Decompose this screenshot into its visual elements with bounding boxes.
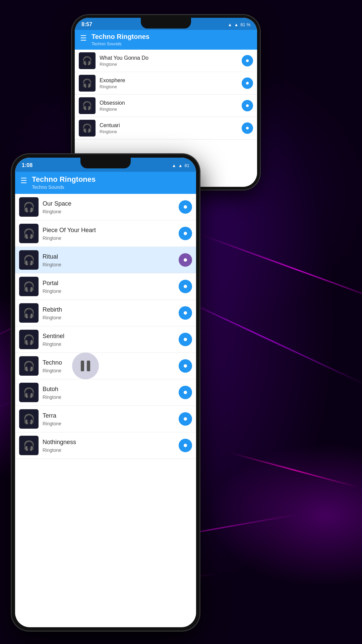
front-wifi-icon: ▲ [178,163,183,168]
back-list-item-1[interactable]: 🎧 Exosphere Ringtone [75,72,257,95]
back-notch [141,18,191,29]
front-menu-icon[interactable]: ☰ [20,176,27,185]
item-subtitle-0: Ringtone [43,209,175,214]
item-info-6: Techno Ringtone [39,359,179,373]
item-subtitle-7: Ringtone [43,394,175,400]
thumb-0: 🎧 [19,197,39,217]
play-dot-4 [184,311,187,315]
list-item-3[interactable]: 🎧 Portal Ringtone [15,273,196,300]
front-title-block: Techno Ringtones Techno Sounds [32,175,96,190]
play-btn-6[interactable] [179,359,192,373]
item-info-4: Rebirth Ringtone [39,306,179,320]
item-subtitle-4: Ringtone [43,315,175,320]
back-list-item-0[interactable]: 🎧 What You Gonna Do Ringtone [75,50,257,72]
back-play-dot-1 [246,82,249,85]
back-play-btn-2[interactable] [242,100,253,111]
play-btn-8[interactable] [179,412,192,426]
front-app-bar: ☰ Techno Ringtones Techno Sounds [15,172,196,194]
item-title-4: Rebirth [43,306,175,314]
item-title-9: Nothingness [43,438,175,446]
thumb-3: 🎧 [19,277,39,296]
item-subtitle-8: Ringtone [43,421,175,426]
play-btn-5[interactable] [179,333,192,346]
front-ringtone-list: 🎧 Our Space Ringtone 🎧 [15,194,196,627]
pause-button[interactable] [72,353,99,379]
list-item-9[interactable]: 🎧 Nothingness Ringtone [15,432,196,459]
item-title-1: Piece Of Your Heart [43,226,175,234]
thumb-6: 🎧 [19,356,39,376]
front-app-subtitle: Techno Sounds [32,184,96,190]
item-title-5: Sentinel [43,332,175,340]
item-subtitle-3: Ringtone [43,288,175,294]
back-menu-icon[interactable]: ☰ [80,34,87,43]
play-dot-9 [184,444,187,447]
back-item-subtitle-0: Ringtone [100,62,238,67]
front-app-title: Techno Ringtones [32,175,96,184]
play-btn-3[interactable] [179,280,192,293]
list-item-7[interactable]: 🎧 Butoh Ringtone [15,379,196,406]
list-item-8[interactable]: 🎧 Terra Ringtone [15,406,196,432]
list-item-4[interactable]: 🎧 Rebirth Ringtone [15,300,196,326]
play-dot-7 [184,391,187,394]
back-thumb-3: 🎧 [79,120,96,137]
list-item-0[interactable]: 🎧 Our Space Ringtone [15,194,196,220]
item-info-1: Piece Of Your Heart Ringtone [39,226,179,240]
play-btn-1[interactable] [179,227,192,240]
list-item-1[interactable]: 🎧 Piece Of Your Heart Ringtone [15,220,196,247]
back-item-title-0: What You Gonna Do [100,55,238,61]
play-dot-1 [184,232,187,235]
back-item-info-0: What You Gonna Do Ringtone [96,55,242,67]
front-notch [80,158,131,168]
back-thumb-2: 🎧 [79,97,96,114]
back-status-icons: ▲ ▲ 81 % [228,22,250,27]
back-thumb-0: 🎧 [79,52,96,69]
back-list-item-3[interactable]: 🎧 Centuari Ringtone [75,117,257,140]
back-item-subtitle-3: Ringtone [100,129,238,134]
play-btn-0[interactable] [179,200,192,214]
thumb-4: 🎧 [19,303,39,323]
back-item-subtitle-2: Ringtone [100,107,238,112]
back-play-dot-0 [246,59,249,62]
thumb-1: 🎧 [19,224,39,243]
item-title-7: Butoh [43,385,175,393]
back-thumb-1: 🎧 [79,75,96,92]
play-dot-5 [184,338,187,341]
front-signal-icon: ▲ [172,163,176,168]
play-btn-2[interactable] [179,253,192,267]
play-dot-8 [184,417,187,421]
back-play-btn-3[interactable] [242,122,253,134]
pause-bar-1 [81,361,84,371]
item-subtitle-1: Ringtone [43,235,175,241]
list-item-6[interactable]: 🎧 Techno Ringtone [15,353,196,379]
front-status-time: 1:08 [22,162,33,168]
list-item-5[interactable]: 🎧 Sentinel Ringtone [15,326,196,353]
back-app-subtitle: Techno Sounds [92,41,149,46]
front-battery: 81 [185,163,189,168]
phone-front: 1:08 ▲ ▲ 81 ☰ Techno Ringtones Techno So… [12,154,199,631]
neon-line-4 [200,234,362,304]
back-wifi-icon: ▲ [234,22,238,27]
back-play-btn-0[interactable] [242,55,253,66]
back-item-title-1: Exosphere [100,77,238,84]
play-btn-9[interactable] [179,439,192,452]
item-info-3: Portal Ringtone [39,279,179,293]
item-info-2: Ritual Ringtone [39,253,179,267]
play-btn-7[interactable] [179,386,192,399]
item-info-0: Our Space Ringtone [39,200,179,214]
item-title-3: Portal [43,279,175,287]
thumb-8: 🎧 [19,409,39,429]
item-info-8: Terra Ringtone [39,412,179,426]
play-dot-2 [184,258,187,262]
back-play-btn-1[interactable] [242,77,253,89]
back-battery: 81 % [240,22,250,27]
play-btn-4[interactable] [179,306,192,320]
item-info-7: Butoh Ringtone [39,385,179,399]
back-list-item-2[interactable]: 🎧 Obsession Ringtone [75,95,257,117]
front-phone-screen: 1:08 ▲ ▲ 81 ☰ Techno Ringtones Techno So… [15,158,196,627]
item-subtitle-2: Ringtone [43,262,175,267]
list-item-2[interactable]: 🎧 Ritual Ringtone [15,247,196,273]
back-app-title: Techno Ringtones [92,33,149,41]
back-status-time: 8:57 [81,21,92,28]
item-title-8: Terra [43,412,175,420]
neon-line-6 [230,452,360,488]
